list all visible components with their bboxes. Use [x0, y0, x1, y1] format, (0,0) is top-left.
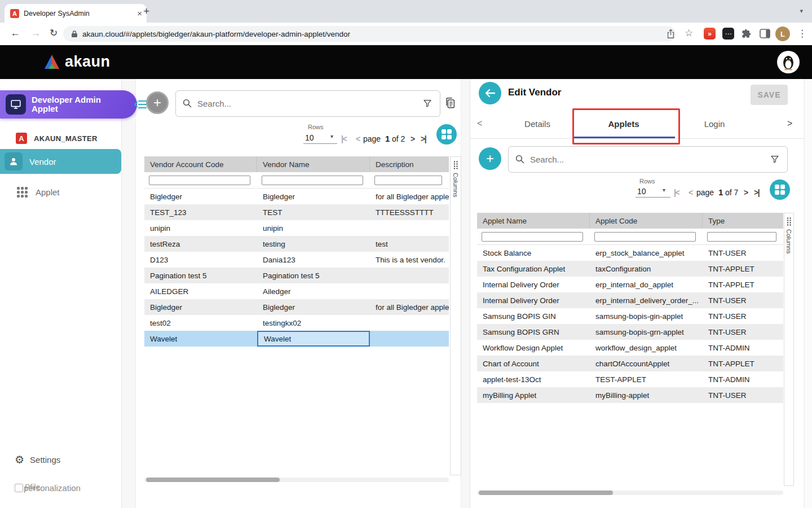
table-row[interactable]: BigledgerBigledgerfor all Bigledger appl… — [144, 299, 449, 315]
filter-input-vendor-account-code[interactable] — [149, 176, 250, 185]
cell-desc[interactable]: for all Bigledger applet — [370, 189, 449, 204]
akaun-logo[interactable]: akaun — [43, 53, 111, 71]
cell-type[interactable]: TNT-USER — [703, 245, 783, 261]
share-icon[interactable] — [667, 29, 675, 41]
back-button[interactable] — [479, 82, 501, 104]
sidebar-collapse-icon[interactable] — [134, 100, 147, 111]
next-page-icon[interactable]: > — [744, 188, 748, 197]
filter-input-applet-code[interactable] — [594, 232, 696, 242]
cell-code[interactable]: samsung-bopis-grn-applet — [590, 324, 703, 340]
cell-desc[interactable]: This is a test vendor. — [370, 252, 449, 268]
table-row[interactable]: Internal Delivery Ordererp_internal_do_a… — [477, 277, 783, 292]
cell-desc[interactable] — [370, 283, 449, 299]
horizontal-scrollbar[interactable] — [144, 478, 449, 482]
grid-view-button[interactable] — [436, 124, 457, 144]
cell-type[interactable]: TNT-USER — [703, 292, 783, 308]
browser-menu-icon[interactable]: ⋮ — [797, 28, 807, 40]
tab-close-icon[interactable]: × — [137, 8, 142, 18]
copy-pages-icon[interactable] — [444, 97, 456, 111]
cell-name[interactable]: Pagination test 5 — [257, 268, 370, 283]
sidebar-item-vendor[interactable]: Vendor — [0, 149, 121, 174]
extensions-puzzle-icon[interactable] — [741, 28, 752, 41]
cell-code[interactable]: D123 — [144, 252, 257, 268]
cell-name[interactable]: Stock Balance — [477, 245, 590, 261]
table-row[interactable]: testRezatestingtest — [144, 236, 449, 252]
cell-desc[interactable] — [370, 315, 449, 331]
filter-input-type[interactable] — [707, 232, 776, 242]
column-header-type[interactable]: Type — [703, 213, 783, 229]
rows-per-page-select[interactable]: 10 — [305, 133, 314, 142]
cell-name[interactable]: Workflow Design Applet — [477, 340, 590, 356]
last-page-icon[interactable]: >| — [421, 134, 426, 143]
cell-name[interactable]: Bigledger — [257, 299, 370, 315]
cell-desc[interactable]: for all Bigledger applet — [370, 299, 449, 315]
column-header-applet-code[interactable]: Applet Code — [590, 213, 703, 229]
sidebar-item-applet[interactable]: Applet — [0, 182, 121, 202]
extension-dark-icon[interactable]: ⋯ — [722, 28, 734, 40]
sidebar-item-personalization[interactable]: Pfile personalization — [0, 481, 121, 496]
column-header-description[interactable]: Description — [370, 156, 449, 172]
new-tab-button[interactable]: + — [143, 5, 149, 17]
cell-code[interactable]: Pagination test 5 — [144, 268, 257, 283]
cell-code[interactable]: Bigledger — [144, 189, 257, 204]
filter-funnel-icon[interactable] — [770, 155, 779, 166]
browser-profile-avatar[interactable]: L — [775, 27, 790, 41]
cell-type[interactable]: TNT-USER — [703, 324, 783, 340]
cell-type[interactable]: TNT-ADMIN — [703, 371, 783, 387]
user-avatar[interactable] — [777, 51, 800, 73]
cell-name[interactable]: Samsung BOPIS GIN — [477, 308, 590, 324]
cell-name[interactable]: myBilling Applet — [477, 387, 590, 403]
scrollbar-thumb[interactable] — [146, 478, 280, 482]
table-row[interactable]: Samsung BOPIS GRNsamsung-bopis-grn-apple… — [477, 324, 783, 340]
cell-name[interactable]: Internal Delivery Order — [477, 277, 590, 292]
table-row[interactable]: Internal Delivery Ordererp_internal_deli… — [477, 292, 783, 308]
cell-desc[interactable]: test — [370, 236, 449, 252]
cell-code[interactable]: unipin — [144, 220, 257, 236]
rows-per-page-select[interactable]: 10 — [637, 187, 646, 196]
cell-code[interactable]: testReza — [144, 236, 257, 252]
filter-input-description[interactable] — [374, 176, 442, 185]
address-bar[interactable]: akaun.cloud/#/applets/bigledger/akaun-pl… — [63, 26, 676, 42]
column-header-applet-name[interactable]: Applet Name — [477, 213, 590, 229]
drag-handle-icon[interactable] — [453, 160, 458, 169]
first-page-icon[interactable]: |< — [674, 188, 679, 197]
bookmark-star-icon[interactable]: ☆ — [685, 27, 693, 39]
extension-red-icon[interactable]: » — [704, 28, 716, 40]
grid-view-button[interactable] — [770, 179, 790, 200]
cell-desc[interactable]: TTTEESSSTTTT — [370, 204, 449, 220]
select-caret-icon[interactable]: ▾ — [663, 187, 665, 193]
cell-code[interactable]: erp_stock_balance_applet — [590, 245, 703, 261]
sidebar-item-settings[interactable]: ⚙ Settings — [0, 450, 121, 468]
column-header-vendor-account-code[interactable]: Vendor Account Code — [144, 156, 257, 172]
cell-code[interactable]: test02 — [144, 315, 257, 331]
table-row[interactable]: WaveletWavelet — [144, 331, 449, 347]
cell-code[interactable]: TEST-APPLET — [590, 371, 703, 387]
cell-name[interactable]: applet-test-13Oct — [477, 371, 590, 387]
cell-name[interactable]: Wavelet — [257, 331, 370, 347]
column-header-vendor-name[interactable]: Vendor Name — [257, 156, 370, 172]
cell-code[interactable]: workflow_design_applet — [590, 340, 703, 356]
cell-name[interactable]: Ailedger — [257, 283, 370, 299]
first-page-icon[interactable]: |< — [341, 134, 346, 143]
cell-type[interactable]: TNT-USER — [703, 387, 783, 403]
filter-input-vendor-name[interactable] — [262, 176, 363, 185]
cell-code[interactable]: AILEDGER — [144, 283, 257, 299]
cell-name[interactable]: Chart of Account — [477, 356, 590, 371]
cell-desc[interactable] — [370, 268, 449, 283]
table-row[interactable]: TEST_123TESTTTTEESSSTTTT — [144, 204, 449, 220]
cell-code[interactable]: samsung-bopis-gin-applet — [590, 308, 703, 324]
cell-type[interactable]: TNT-APPLET — [703, 356, 783, 371]
cell-name[interactable]: Tax Configuration Applet — [477, 261, 590, 277]
sidebar-item-akaun-master[interactable]: A AKAUN_MASTER — [0, 129, 121, 148]
cell-name[interactable]: Dania123 — [257, 252, 370, 268]
cell-code[interactable]: Bigledger — [144, 299, 257, 315]
applet-search-input[interactable] — [529, 147, 764, 172]
last-page-icon[interactable]: >| — [754, 188, 759, 197]
cell-name[interactable]: TEST — [257, 204, 370, 220]
side-panel-icon[interactable] — [760, 29, 770, 41]
forward-icon[interactable]: → — [30, 27, 41, 39]
cell-code[interactable]: myBilling-applet — [590, 387, 703, 403]
cell-desc[interactable] — [370, 331, 449, 347]
table-row[interactable]: unipinunipin — [144, 220, 449, 236]
vendor-search-input[interactable] — [196, 91, 416, 116]
